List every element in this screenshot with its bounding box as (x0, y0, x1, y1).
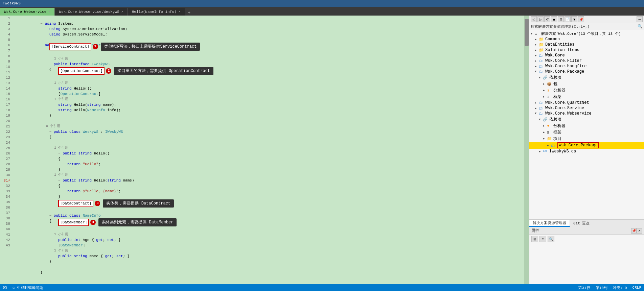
code-editor[interactable]: 1 2 3 4 5 6 7 8 9 10 11 12 13 14 15 16 1 (0, 16, 529, 284)
status-zoom: 0% (3, 286, 7, 290)
ws-analyzer-arrow[interactable]: ▶ (543, 124, 547, 128)
bottom-tab-solution[interactable]: 解决方案资源管理器 (529, 220, 570, 227)
tab-2[interactable]: Hello(NameInfo info) × (128, 8, 185, 16)
code-content[interactable]: − using System; using System.Runtime.Ser… (12, 16, 524, 284)
tree-item-dataentities[interactable]: ▶ 📁 DataEntities (529, 42, 644, 47)
code-line-32: } (14, 189, 523, 194)
ws-projects-label: 项目 (553, 136, 561, 142)
code-line-22 (14, 135, 523, 140)
sol-forward-btn[interactable]: ▷ (537, 16, 544, 22)
tree-item-solutionitems[interactable]: ▶ 📁 Solution Items (529, 47, 644, 53)
tree-item-package[interactable]: ▼ 🗂 Wsk.Core.Package (529, 69, 644, 74)
annotation-3-box: [DataContract] (58, 200, 93, 207)
properties-controls: ⊞ ≡ 🔍 (529, 236, 644, 242)
pkg-bao-arrow[interactable]: ▶ (543, 82, 547, 86)
pkg-framework-icon: ⊞ (547, 95, 552, 99)
code-vscroll[interactable] (524, 16, 529, 284)
solution-root-item[interactable]: ▼ ⊞ 解决方案'Wsk.Core'(13 个项目，共 13 个) (529, 31, 644, 37)
properties-pin-btn[interactable]: 📌 (631, 228, 637, 234)
tab-2-close[interactable]: × (179, 10, 181, 14)
tooltip-4: 实体类到元素，需要提供 DataMember (98, 218, 177, 226)
service-arrow[interactable]: ▶ (535, 106, 539, 110)
tab-0-close[interactable]: × (48, 10, 50, 14)
hangfire-arrow[interactable]: ▶ (535, 65, 539, 68)
sol-filter-btn[interactable]: ▼ (571, 16, 577, 22)
tree-item-ws-analyzer[interactable]: ▶ ⚗ 分析器 (529, 123, 644, 129)
quartz-arrow[interactable]: ▶ (535, 101, 539, 105)
code-line-23: 1 个引用 (14, 140, 523, 145)
tree-item-ws-deps[interactable]: ▼ 🔗 依赖项 (529, 116, 644, 123)
common-folder-icon: 📁 (539, 37, 544, 42)
solution-root-arrow[interactable]: ▼ (531, 32, 535, 35)
ws-projects-arrow[interactable]: ▼ (543, 137, 547, 141)
webservice-arrow[interactable]: ▼ (535, 112, 539, 115)
tree-item-pkg-deps[interactable]: ▼ 🔗 依赖项 (529, 74, 644, 81)
code-line-9: { (14, 62, 523, 67)
search-icon[interactable]: 🔍 (638, 24, 643, 29)
code-vscroll-thumb[interactable] (525, 19, 529, 46)
ws-pkg-ref-label: Wsk.Core.Package (557, 142, 599, 148)
ws-deps-arrow[interactable]: ▼ (539, 118, 543, 121)
tree-item-common[interactable]: ▶ 📁 Common (529, 37, 644, 42)
tab-0[interactable]: Wsk.Core.Webservice × (0, 8, 55, 16)
code-line-27: } (14, 162, 523, 167)
dataentities-arrow[interactable]: ▶ (535, 43, 539, 47)
tree-item-wskcore[interactable]: ▶ 🗂 Wsk.Core (529, 53, 644, 58)
pkg-framework-arrow[interactable]: ▶ (543, 95, 547, 99)
tree-item-webservice[interactable]: ▼ 🗂 Wsk.Core.Webservice (529, 111, 644, 116)
ws-framework-arrow[interactable]: ▶ (543, 130, 547, 134)
code-line-25: { (14, 151, 523, 156)
code-line-16: string Hello(NameInfo info); (14, 102, 523, 107)
sol-pin-btn[interactable]: 📌 (578, 16, 584, 22)
package-arrow[interactable]: ▼ (535, 70, 539, 73)
code-line-2: using System.Runtime.Serialization; (14, 21, 523, 26)
tree-item-ws-framework[interactable]: ▶ ⊞ 框架 (529, 129, 644, 136)
tree-item-ws-pkg-ref[interactable]: ▶ 🗂 Wsk.Core.Package (529, 142, 644, 149)
wskcore-arrow[interactable]: ▶ (535, 54, 539, 57)
prop-search-btn[interactable]: 🔍 (548, 236, 554, 242)
tree-item-filter[interactable]: ▶ 🗂 Wsk.Core.Filter (529, 58, 644, 64)
ws-pkg-ref-arrow[interactable]: ▶ (547, 144, 551, 147)
bottom-panel-tabs: 解决方案资源管理器 Git 更改 (529, 219, 644, 227)
pkg-deps-arrow[interactable]: ▼ (539, 76, 543, 79)
tree-item-service[interactable]: ▶ 🗂 Wsk.Core.Service (529, 105, 644, 111)
properties-close-btn[interactable]: × (637, 228, 642, 234)
sol-back-btn[interactable]: ◁ (531, 16, 537, 22)
title-text: TweskyWS (3, 1, 21, 5)
sol-minimize-btn[interactable]: ─ (637, 16, 643, 22)
solutionitems-arrow[interactable]: ▶ (535, 48, 539, 52)
filter-arrow[interactable]: ▶ (535, 59, 539, 63)
pkg-analyzer-arrow[interactable]: ▶ (543, 89, 547, 92)
tree-item-pkg-bao[interactable]: ▶ 📦 包 (529, 81, 644, 87)
prop-list-btn[interactable]: ≡ (539, 236, 546, 242)
bottom-tab-git[interactable]: Git 更改 (570, 220, 593, 227)
badge-1: 1 (93, 44, 98, 49)
tree-item-ws-projects[interactable]: ▼ 📁 项目 (529, 136, 644, 142)
ws-analyzer-icon: ⚗ (547, 124, 552, 128)
sol-refresh-btn[interactable]: ↺ (544, 16, 550, 22)
tab-add-button[interactable]: + (185, 10, 193, 16)
code-line-12: string Hello(); (14, 80, 523, 86)
tab-1-close[interactable]: × (121, 10, 123, 14)
badge-4: 4 (90, 220, 96, 225)
tree-item-hangfire[interactable]: ▶ 🗂 Wsk.Core.Hangfire (529, 64, 644, 69)
tree-item-iweskyws[interactable]: ▶ C# IWeskyWS.cs (529, 149, 644, 154)
tab-1[interactable]: Wsk.Core.Webservice.WeskyWS × (55, 8, 128, 16)
code-line-10-annotation: [OperationContract] 2 接口里面的方法，需要提供 Opera… (14, 67, 523, 75)
code-line-15: string Hello(string name); (14, 97, 523, 102)
sol-showfiles-btn[interactable]: 📄 (565, 16, 571, 22)
annotation-1-box: [ServiceContract] (49, 43, 91, 50)
service-project-icon: 🗂 (539, 106, 544, 111)
tooltip-2: 接口里面的方法，需要提供 OperationContract (114, 67, 213, 75)
pkg-analyzer-icon: ⚗ (547, 88, 552, 93)
common-arrow[interactable]: ▶ (535, 38, 539, 41)
iweskyws-arrow[interactable]: ▶ (539, 150, 543, 153)
tree-item-quartz[interactable]: ▶ 🗂 Wsk.Core.QuartzNet (529, 100, 644, 105)
code-line-13: [OperationContract] (14, 86, 523, 91)
tree-item-pkg-framework[interactable]: ▶ ⊞ 框架 (529, 94, 644, 100)
tree-item-pkg-analyzer[interactable]: ▶ ⚗ 分析器 (529, 87, 644, 94)
sol-stop-btn[interactable]: ■ (551, 16, 557, 22)
sol-properties-btn[interactable]: ⚙ (558, 16, 564, 22)
prop-grid-btn[interactable]: ⊞ (531, 236, 538, 242)
properties-title: 属性 (531, 228, 539, 234)
